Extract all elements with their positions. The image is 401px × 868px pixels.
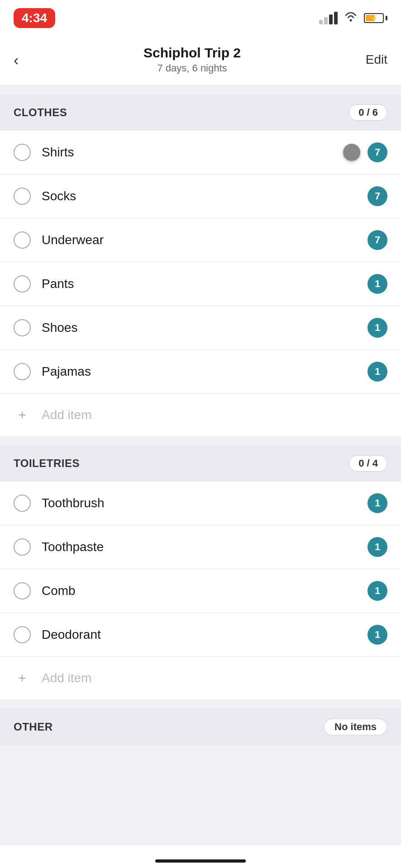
plus-icon: + [14, 406, 31, 424]
section-clothes: CLOTHES 0 / 6 Shirts 7 Socks 7 Underwear… [0, 94, 401, 436]
section-toiletries: TOILETRIES 0 / 4 Toothbrush 1 Toothpaste… [0, 445, 401, 699]
item-checkbox[interactable] [14, 582, 31, 599]
section-other-header: OTHER No items [0, 708, 401, 745]
section-clothes-title: CLOTHES [14, 106, 67, 119]
nav-header: ‹ Schiphol Trip 2 7 days, 6 nights Edit [0, 36, 401, 85]
back-button[interactable]: ‹ [14, 49, 23, 71]
toiletries-list: Toothbrush 1 Toothpaste 1 Comb 1 Deodora… [0, 481, 401, 699]
item-checkbox[interactable] [14, 188, 31, 205]
title-block: Schiphol Trip 2 7 days, 6 nights [23, 45, 361, 74]
page-title: Schiphol Trip 2 [23, 45, 361, 61]
edit-button[interactable]: Edit [361, 51, 387, 69]
status-bar: 4:34 ⚡ [0, 0, 401, 36]
section-toiletries-header: TOILETRIES 0 / 4 [0, 445, 401, 481]
list-item[interactable]: Comb 1 [0, 569, 401, 613]
list-item[interactable]: Pajamas 1 [0, 350, 401, 394]
signal-icon [319, 12, 338, 24]
item-checkbox[interactable] [14, 319, 31, 336]
list-item[interactable]: Socks 7 [0, 175, 401, 218]
wifi-icon [344, 12, 358, 24]
item-count: 1 [368, 537, 387, 557]
clothes-list: Shirts 7 Socks 7 Underwear 7 Pants 1 [0, 131, 401, 436]
section-toiletries-badge: 0 / 4 [349, 455, 387, 472]
battery-icon: ⚡ [364, 13, 387, 23]
item-count: 1 [368, 581, 387, 601]
list-item[interactable]: Shoes 1 [0, 306, 401, 350]
section-toiletries-title: TOILETRIES [14, 457, 80, 470]
section-other-badge: No items [324, 718, 387, 736]
add-clothes-item[interactable]: + Add item [0, 394, 401, 436]
item-label: Pajamas [42, 364, 368, 379]
item-label: Underwear [42, 233, 368, 247]
slider-row [360, 151, 368, 154]
status-time: 4:34 [14, 8, 55, 28]
list-item[interactable]: Toothbrush 1 [0, 481, 401, 525]
list-item[interactable]: Pants 1 [0, 262, 401, 306]
item-label: Comb [42, 584, 368, 598]
home-indicator [155, 859, 246, 863]
list-item[interactable]: Toothpaste 1 [0, 525, 401, 569]
item-checkbox[interactable] [14, 144, 31, 161]
item-label: Toothpaste [42, 540, 368, 554]
item-checkbox[interactable] [14, 538, 31, 556]
page-subtitle: 7 days, 6 nights [23, 62, 361, 74]
home-indicator-wrapper [0, 845, 401, 868]
item-count: 7 [368, 186, 387, 206]
add-item-label: Add item [42, 671, 92, 685]
item-label: Shirts [42, 145, 360, 160]
plus-icon: + [14, 670, 31, 687]
item-count: 1 [368, 274, 387, 294]
status-icons: ⚡ [319, 12, 387, 24]
item-label: Toothbrush [42, 496, 368, 510]
item-label: Shoes [42, 321, 368, 335]
section-clothes-header: CLOTHES 0 / 6 [0, 94, 401, 131]
section-other: OTHER No items [0, 708, 401, 773]
item-checkbox[interactable] [14, 495, 31, 512]
item-checkbox[interactable] [14, 363, 31, 380]
item-count: 7 [368, 142, 387, 162]
list-item[interactable]: Underwear 7 [0, 218, 401, 262]
item-checkbox[interactable] [14, 231, 31, 249]
item-label: Deodorant [42, 627, 368, 642]
item-count: 1 [368, 493, 387, 513]
item-count: 1 [368, 362, 387, 382]
section-clothes-badge: 0 / 6 [349, 104, 387, 121]
section-other-title: OTHER [14, 721, 53, 733]
item-checkbox[interactable] [14, 275, 31, 292]
item-checkbox[interactable] [14, 626, 31, 643]
item-count: 1 [368, 318, 387, 338]
item-count: 7 [368, 230, 387, 250]
svg-point-0 [350, 19, 352, 22]
add-toiletries-item[interactable]: + Add item [0, 657, 401, 699]
list-item[interactable]: Shirts 7 [0, 131, 401, 175]
slider-thumb[interactable] [343, 144, 360, 161]
add-item-label: Add item [42, 408, 92, 422]
item-label: Socks [42, 189, 368, 203]
item-label: Pants [42, 277, 368, 291]
list-item[interactable]: Deodorant 1 [0, 613, 401, 657]
item-count: 1 [368, 625, 387, 645]
